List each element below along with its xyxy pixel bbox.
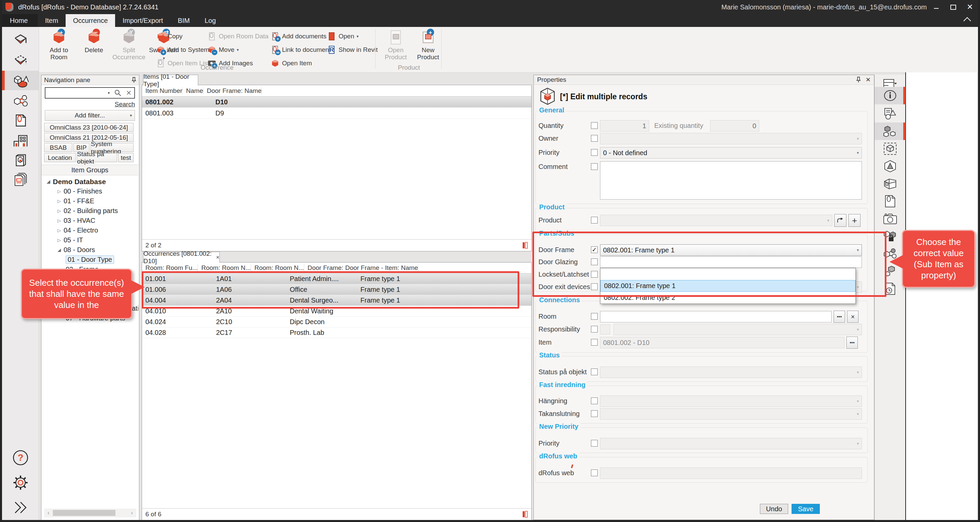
items-table-row[interactable]: 0801.002 D10 xyxy=(142,97,531,108)
room-input[interactable] xyxy=(600,311,832,322)
clear-search-icon[interactable]: ✕ xyxy=(126,89,132,97)
product-dropdown[interactable]: ▾ xyxy=(600,215,832,226)
filter-button[interactable]: test xyxy=(118,153,134,162)
occurrence-row[interactable]: 01.001 1A01 Patient Admin.... Frame type… xyxy=(142,274,531,284)
items-tab[interactable]: Items [01 - Door Type] xyxy=(143,75,198,86)
dropdown-option[interactable] xyxy=(600,268,856,280)
tree-item[interactable]: ▷ 04 - Electro xyxy=(41,226,138,235)
drofus-web-checkbox[interactable] xyxy=(591,469,598,476)
tree-expander-icon[interactable]: ◢ xyxy=(44,179,53,184)
quantity-checkbox[interactable] xyxy=(591,122,598,129)
tree-expander-icon[interactable]: ▷ xyxy=(55,199,64,204)
dropdown-option[interactable]: 0802.001: Frame type 1 xyxy=(600,280,856,292)
room-checkbox[interactable] xyxy=(591,313,598,320)
comment-checkbox[interactable] xyxy=(591,163,598,170)
ribbon-tab[interactable]: BIM xyxy=(170,14,197,27)
close-panel-icon[interactable]: ✕ xyxy=(865,76,870,83)
ribbon-small-button[interactable]: ∞Link to documents xyxy=(269,43,335,57)
sidebar-systems-icon[interactable] xyxy=(2,92,39,110)
ribbon-small-button[interactable]: Open▾ xyxy=(326,30,379,43)
tree-expander-icon[interactable]: ▷ xyxy=(55,228,64,233)
filter-button[interactable]: OmniClass 23 [2010-06-24] xyxy=(44,123,134,132)
tree-item[interactable]: ▷ 05 - IT xyxy=(41,235,138,245)
tree-expander-icon[interactable]: ▷ xyxy=(55,189,64,194)
product-checkbox[interactable] xyxy=(591,217,598,223)
save-button[interactable]: Save xyxy=(792,504,820,514)
column-header[interactable]: Door Frame: Name xyxy=(204,87,262,95)
log-icon[interactable] xyxy=(875,280,905,298)
search-icon[interactable] xyxy=(115,89,121,96)
ribbon-small-button[interactable]: Show in Revit xyxy=(326,43,379,57)
tree-item[interactable]: ▷ 01 - FF&E xyxy=(41,196,138,206)
pin-icon[interactable] xyxy=(132,77,136,83)
sidebar-room-templates-icon[interactable] xyxy=(2,53,39,72)
occurrence-row[interactable]: 04.004 2A04 Dental Surgeo... Frame type … xyxy=(142,295,531,306)
priority-dropdown[interactable]: 0 - Not defined▾ xyxy=(600,147,862,159)
ribbon-small-button[interactable]: −Move▾ xyxy=(206,43,270,57)
sidebar-reports-icon[interactable] xyxy=(2,170,39,189)
pin-icon[interactable] xyxy=(856,77,861,83)
expand-sidebar-icon[interactable] xyxy=(2,498,39,517)
scroll-left-icon[interactable]: ‹ xyxy=(44,510,53,516)
ribbon-tab[interactable]: Import/Export xyxy=(115,14,170,27)
new-product-button[interactable]: + xyxy=(848,214,861,227)
columns-icon[interactable] xyxy=(522,242,528,249)
tree-item[interactable]: ▷ 03 - HVAC xyxy=(41,216,138,226)
tree-item[interactable]: ▷ 00 - Finishes xyxy=(41,186,138,196)
ribbon-small-button[interactable]: Copy xyxy=(155,30,211,43)
column-header[interactable]: Room: Room Fu... xyxy=(142,264,198,272)
ribbon-tab[interactable]: Home xyxy=(0,14,38,27)
door-frame-dropdown[interactable]: 0802.001: Frame type 1▾ xyxy=(600,244,862,256)
occurrence-lock-icon[interactable] xyxy=(875,228,905,245)
tree-expander-icon[interactable]: ▷ xyxy=(55,218,64,223)
column-header[interactable]: Item Number xyxy=(142,87,183,95)
product-types-icon[interactable] xyxy=(875,158,905,175)
minimize-button[interactable] xyxy=(929,2,943,13)
ribbon-large-button[interactable]: Open Product xyxy=(380,29,411,64)
drofus-web-input[interactable] xyxy=(600,468,862,479)
open-product-button[interactable] xyxy=(834,214,846,227)
status-objekt-dropdown[interactable]: ▾ xyxy=(600,366,862,378)
item-data-icon[interactable] xyxy=(875,105,905,123)
door-glazing-checkbox[interactable] xyxy=(591,258,598,265)
ribbon-large-button[interactable]: + Add to Room xyxy=(42,29,76,64)
scroll-thumb[interactable] xyxy=(53,510,115,516)
images-icon[interactable] xyxy=(875,210,905,228)
tree-item[interactable]: ◢ Demo Database xyxy=(41,177,138,186)
sub-items-icon[interactable] xyxy=(875,123,905,140)
room-browse-button[interactable]: ••• xyxy=(834,310,845,323)
ribbon-small-button[interactable]: +Add to System xyxy=(155,43,211,57)
ribbon-tab[interactable]: Item xyxy=(38,14,65,27)
tree-expander-icon[interactable]: ▷ xyxy=(55,208,64,213)
close-button[interactable]: ✕ xyxy=(963,2,977,13)
responsibility-dropdown[interactable]: ▾ xyxy=(614,324,862,335)
hangning-checkbox[interactable] xyxy=(591,398,598,404)
door-frame-checkbox[interactable]: ✓ xyxy=(591,247,598,253)
search-history-chevron-icon[interactable]: ▾ xyxy=(108,91,110,95)
bim-object-icon[interactable] xyxy=(875,140,905,158)
item-input[interactable]: 0801.002 - D10 xyxy=(600,337,845,349)
maximize-button[interactable] xyxy=(946,2,961,13)
ribbon-tab[interactable]: Log xyxy=(197,14,223,27)
close-tab-icon[interactable]: × xyxy=(216,254,220,261)
info-icon[interactable] xyxy=(875,87,905,104)
dropdown-option[interactable]: 0802.002: Frame type 2 xyxy=(600,292,856,304)
ribbon-large-button[interactable]: + New Product xyxy=(413,29,443,64)
scroll-right-icon[interactable]: › xyxy=(127,510,136,516)
tree-expander-icon[interactable]: ◢ xyxy=(55,247,64,252)
column-header[interactable]: Door Frame: Door Frame - Item: Name xyxy=(304,264,418,272)
occurrences-tab[interactable]: Occurrences [0801.002: D10] × xyxy=(143,252,220,263)
lockset-checkbox[interactable] xyxy=(591,271,598,278)
column-header[interactable]: Name xyxy=(183,87,204,95)
ribbon-tab[interactable]: Occurrence xyxy=(65,14,115,27)
undo-button[interactable]: Undo xyxy=(760,504,788,514)
existing-quantity-input[interactable]: 0 xyxy=(710,120,759,132)
occurrence-row[interactable]: 04.024 2C10 Dipc Decon xyxy=(142,317,531,328)
owner-dropdown[interactable]: ▾ xyxy=(600,133,862,144)
new-priority-dropdown[interactable]: ▾ xyxy=(600,438,862,449)
owner-checkbox[interactable] xyxy=(591,135,598,142)
takanslutning-dropdown[interactable]: ▾ xyxy=(600,408,862,420)
ribbon-small-button[interactable]: Open Item xyxy=(269,57,335,70)
ribbon-large-button[interactable]: − Delete xyxy=(77,29,111,64)
comment-textarea[interactable] xyxy=(600,161,862,200)
